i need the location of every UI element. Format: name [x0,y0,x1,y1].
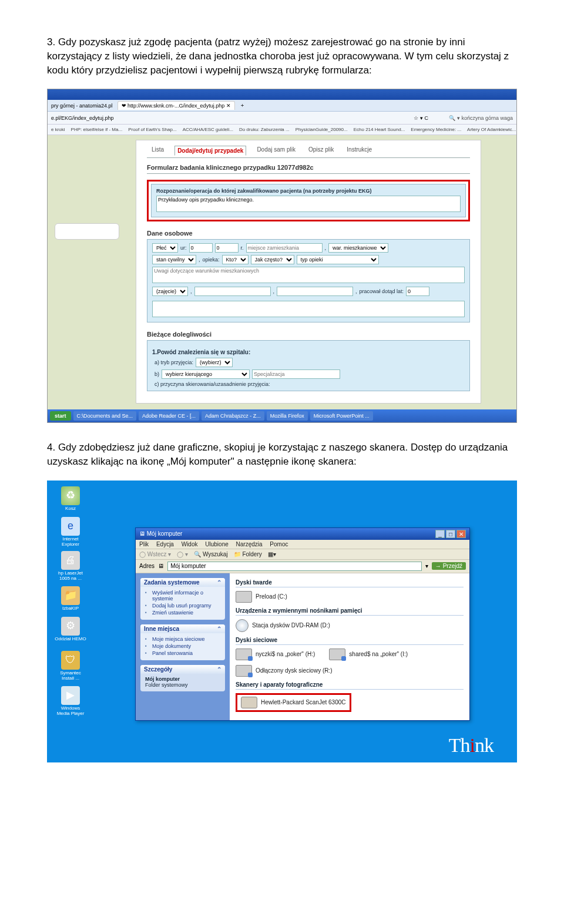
tab-dodaj-edytuj[interactable]: Dodaj/edytuj przypadek [174,146,246,156]
taskbar-item[interactable]: Microsoft PowerPoint ... [310,411,373,421]
drive-dvd[interactable]: Stacja dysków DVD-RAM (D:) [236,619,330,632]
bookmark-item[interactable]: ACC/AHA/ESC guideli... [183,127,233,132]
menu-widok[interactable]: Widok [182,541,198,547]
desktop-icon-izba[interactable]: 📁IzbaKIP [54,586,87,611]
stan-cywilny-select[interactable]: stan cywilny [152,255,196,264]
desktop-icon-printer[interactable]: 🖨hp LaserJet 1005 na ... [54,551,87,582]
form-title: Formularz badania klinicznego przypadku … [147,164,470,171]
menu-edycja[interactable]: Edycja [156,541,174,547]
drive-net-h[interactable]: nyczki$ na „poker" (H:) [236,649,315,660]
desktop-icon-ie[interactable]: eInternet Explorer [54,517,87,547]
miejsce-input[interactable] [246,243,323,253]
browser-tab[interactable]: pry górnej - anatomia24.pl [51,103,113,109]
sidebar-heading[interactable]: Inne miejsca [140,624,225,633]
zajecie-extra-1[interactable] [194,287,271,296]
drive-disconnected-r[interactable]: Odłączony dysk sieciowy (R:) [236,665,333,677]
close-button[interactable]: ✕ [456,530,466,538]
sidebar-heading[interactable]: Zadania systemowe [140,578,225,587]
group-skanery: Skanery i aparaty fotograficzne [236,681,464,688]
search-field[interactable]: 🔍 ▾ kończyna górna waga [431,115,513,121]
biezace-box: 1.Powód znalezienia się w szpitalu: a) t… [147,340,470,391]
plec-select[interactable]: Płeć [152,243,178,253]
menu-plik[interactable]: Plik [139,541,149,547]
taskbar-item[interactable]: Mozilla Firefox [267,411,308,421]
zajecie-notes-textarea[interactable] [152,301,465,317]
tab-dodaj-plik[interactable]: Dodaj sam plik [254,145,298,155]
ur-month[interactable] [215,243,239,253]
menu-narzedzia[interactable]: Narzędzia [236,541,263,547]
sidebar-heading[interactable]: Szczegóły [140,665,225,674]
think-logo: Think [449,734,494,757]
taskbar-item[interactable]: Adobe Reader CE - [... [139,411,199,421]
explorer-window: 🖥 Mój komputer _□✕ Plik Edycja Widok Ulu… [135,527,470,721]
reload-icon[interactable]: ☆ ▾ C [414,115,428,121]
page-tooltip [55,223,119,240]
bookmark-item[interactable]: e kroki [51,127,65,132]
minimize-button[interactable]: _ [435,530,445,538]
desktop-icon-recycle[interactable]: ♻Kosz [54,486,87,512]
bookmark-item[interactable]: Proof of Earth's Shap... [128,127,176,132]
network-drive-icon [236,665,252,677]
tryb-select[interactable]: (wybierz) [196,358,233,367]
kierujacy-select[interactable]: wybierz kierującego [162,369,250,379]
rozpoznanie-textarea[interactable]: Przykładowy opis przypadku klinicznego. [156,196,461,212]
back-button[interactable]: ◯ Wstecz ▾ [139,551,171,557]
zajecie-select[interactable]: (zajęcie) [152,287,188,296]
views-button[interactable]: ▦▾ [268,551,276,557]
sidebar-link[interactable]: Moje dokumenty [144,643,221,650]
opieka-kto-select[interactable]: Kto? [222,255,249,264]
opieka-typ-select[interactable]: typ opieki [297,255,379,264]
maximize-button[interactable]: □ [446,530,455,538]
folders-button[interactable]: 📁 Foldery [234,551,262,557]
sidebar-link[interactable]: Moje miejsca sieciowe [144,636,221,643]
taskbar-item[interactable]: Adam Chrabąszcz - Z... [202,411,264,421]
przyczyna-label: c) przyczyna skierowania/uzasadnienie pr… [152,381,465,387]
address-input[interactable] [167,562,422,571]
shield-icon: 🛡 [61,651,80,670]
tab-lista[interactable]: Lista [149,145,166,155]
url-field[interactable]: e.pl/EKG/index_edytuj.php [51,115,411,121]
menu-pomoc[interactable]: Pomoc [270,541,288,547]
scanner-device[interactable]: Hewlett-Packard ScanJet 6300C [241,697,346,708]
forward-button[interactable]: ◯ ▾ [177,551,188,557]
zajecie-extra-2[interactable] [277,287,353,296]
desktop-icon-symantec[interactable]: 🛡Symantec Install ... [54,651,87,681]
sidebar-link[interactable]: Zmień ustawienie [144,609,221,616]
sidebar-link[interactable]: Wyświetl informacje o systemie [144,589,221,602]
tab-opisz-plik[interactable]: Opisz plik [306,145,336,155]
opieka-jak-select[interactable]: Jak często? [251,255,294,264]
taskbar-item[interactable]: C:\Documents and Se... [73,411,137,421]
specjalizacja-input[interactable] [252,369,340,379]
form-card: Lista Dodaj/edytuj przypadek Dodaj sam p… [136,140,481,404]
bookmark-item[interactable]: Echo 214 Heart Sound... [354,127,405,132]
search-button[interactable]: 🔍 Wyszukaj [194,551,227,557]
section-dane-osobowe: Dane osobowe [147,230,470,237]
bookmark-item[interactable]: Do druku: Zaburzenia ... [239,127,290,132]
tab-instrukcje[interactable]: Instrukcje [344,145,374,155]
browser-tabstrip: pry górnej - anatomia24.pl ❤ http://www.… [48,100,516,112]
computer-icon: 🖥 [139,530,145,537]
sidebar-link[interactable]: Dodaj lub usuń programy [144,602,221,609]
bookmark-item[interactable]: PHP: elseif/else if - Ma... [71,127,123,132]
drive-net-i[interactable]: shared$ na „poker" (I:) [329,649,408,660]
bookmark-item[interactable]: Emergency Medicine: ... [411,127,461,132]
browser-tab-active[interactable]: ❤ http://www.sknk.cm-...G/index_edytuj.p… [118,101,235,110]
warunki-select[interactable]: war. mieszkaniowe [328,243,388,253]
cd-icon [236,619,249,632]
address-dropdown-icon[interactable]: ▾ [425,563,428,569]
explorer-sidebar: Zadania systemowe Wyświetl informacje o … [136,573,230,720]
go-button[interactable]: → Przejdź [432,562,466,570]
new-tab-button[interactable]: ＋ [240,102,245,109]
drive-preload-c[interactable]: Preload (C:) [236,591,287,603]
ur-day[interactable] [189,243,213,253]
menu-ulubione[interactable]: Ulubione [205,541,228,547]
printer-icon: 🖨 [61,551,80,570]
desktop-icon-media[interactable]: ▶Windows Media Player [54,686,87,717]
sidebar-link[interactable]: Panel sterowania [144,650,221,657]
start-button[interactable]: start [50,411,71,421]
desktop-icon-oddzial[interactable]: ⚙Oddział HEMO [54,617,87,642]
uwagi-warunkow-textarea[interactable] [152,267,465,283]
bookmark-item[interactable]: PhysicianGuide_20090... [296,127,348,132]
bookmark-item[interactable]: Artery Of Adamkiewic... [467,127,516,132]
pracowal-lat-input[interactable] [406,287,429,296]
